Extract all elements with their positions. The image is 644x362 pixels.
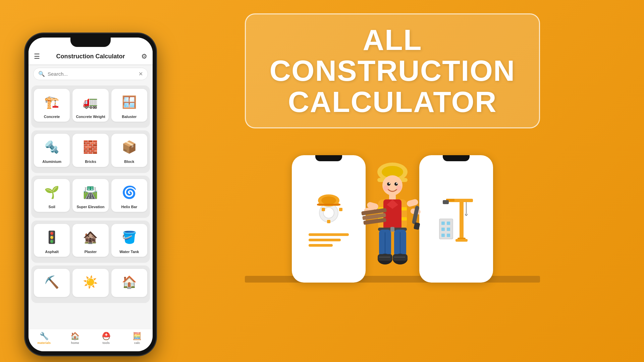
item-label-asphalt: Asphalt: [45, 249, 58, 254]
items-row-2: 🔩 Aluminium 🧱 Bricks 📦 Block: [34, 134, 147, 167]
svg-rect-60: [455, 239, 468, 242]
helix-bar-icon: 🌀: [119, 182, 139, 202]
bottom-nav: 🔧 materials 🏠 home ⛑️ tools 🧮 calc: [29, 329, 153, 351]
aluminium-icon: 🔩: [42, 137, 62, 157]
list-item[interactable]: 🪣 Water Tank: [111, 224, 147, 257]
svg-rect-4: [322, 208, 325, 211]
gear-icon[interactable]: ⚙: [141, 52, 147, 60]
svg-point-8: [321, 196, 336, 204]
phone-line-3: [309, 244, 333, 247]
item5-icon: ⛏️: [42, 272, 62, 292]
list-item[interactable]: 🔩 Aluminium: [34, 134, 70, 167]
item-label-plaster: Plaster: [85, 249, 97, 254]
phone-line-2: [309, 239, 341, 241]
list-item[interactable]: 🚛 Concrete Weight: [72, 89, 108, 122]
item-label-bricks: Bricks: [85, 159, 96, 164]
list-item[interactable]: 🏗️ Concrete: [34, 89, 70, 122]
items-row-1: 🏗️ Concrete 🚛 Concrete Weight 🪟 Baluster: [34, 89, 147, 122]
svg-rect-52: [441, 234, 445, 237]
list-item[interactable]: 🧱 Bricks: [72, 134, 108, 167]
list-item[interactable]: ☀️: [72, 269, 108, 297]
svg-rect-54: [460, 199, 464, 239]
list-item[interactable]: 🛣️ Super Elevation: [72, 179, 108, 212]
search-input[interactable]: [48, 71, 139, 77]
svg-rect-50: [441, 228, 445, 231]
bricks-icon: 🧱: [80, 137, 101, 157]
worker-svg: [361, 152, 424, 283]
clear-icon[interactable]: ✕: [139, 71, 143, 77]
calc-icon: 🧮: [132, 332, 142, 341]
app-title: Construction Calculator: [56, 53, 125, 60]
right-side: ALL CONSTRUCTION CALCULATOR: [134, 0, 644, 362]
illus-phone-right: [419, 155, 493, 283]
home-icon: 🏠: [70, 332, 79, 341]
row-section-3: 🌱 Soil 🛣️ Super Elevation 🌀 Helix Bar: [31, 176, 150, 218]
svg-rect-53: [447, 234, 450, 237]
svg-rect-49: [447, 222, 450, 225]
list-item[interactable]: 🏚️ Plaster: [72, 224, 108, 257]
nav-item-home[interactable]: 🏠 home: [60, 332, 91, 345]
item-label-super-elevation: Super Elevation: [76, 204, 104, 209]
list-item[interactable]: 🌱 Soil: [34, 179, 70, 212]
phone-screen: ☰ Construction Calculator ⚙ 🔍 ✕ 🏗️ Concr…: [29, 38, 153, 351]
items-row-3: 🌱 Soil 🛣️ Super Elevation 🌀 Helix Bar: [34, 179, 147, 212]
crane-icon: [436, 195, 476, 242]
water-tank-icon: 🪣: [119, 227, 139, 247]
nav-item-materials[interactable]: 🔧 materials: [29, 332, 60, 345]
phone-mockup: ☰ Construction Calculator ⚙ 🔍 ✕ 🏗️ Concr…: [25, 17, 159, 345]
item7-icon: 🏠: [119, 272, 139, 292]
svg-rect-48: [441, 222, 445, 225]
materials-label: materials: [37, 341, 51, 345]
worker-character: [359, 148, 426, 283]
items-row-4: 🚦 Asphalt 🏚️ Plaster 🪣 Water Tank: [34, 224, 147, 257]
nav-item-calc[interactable]: 🧮 calc: [122, 332, 153, 345]
list-item[interactable]: 🪟 Baluster: [111, 89, 147, 122]
item6-icon: ☀️: [80, 272, 101, 292]
svg-point-15: [394, 182, 398, 186]
item-label-aluminium: Aluminium: [42, 159, 61, 164]
svg-rect-5: [339, 208, 342, 211]
illus-phone-right-content: [429, 185, 483, 252]
phone-line-1: [309, 233, 349, 236]
svg-rect-3: [327, 220, 330, 223]
concrete-icon: 🏗️: [42, 92, 62, 112]
item-label-concrete-weight: Concrete Weight: [76, 114, 105, 119]
banner-title-line2: CALCULATOR: [266, 86, 519, 117]
item-label-concrete: Concrete: [44, 114, 60, 119]
baluster-icon: 🪟: [119, 92, 139, 112]
svg-point-18: [383, 185, 389, 191]
illustration-area: [245, 142, 540, 283]
hamburger-icon[interactable]: ☰: [34, 52, 40, 60]
materials-icon: 🔧: [40, 332, 49, 341]
svg-rect-20: [389, 194, 396, 200]
svg-rect-33: [412, 205, 420, 224]
app-scroll[interactable]: 🏗️ Concrete 🚛 Concrete Weight 🪟 Baluster: [29, 83, 153, 329]
list-item[interactable]: 🚦 Asphalt: [34, 224, 70, 257]
items-row-5: ⛏️ ☀️ 🏠: [34, 269, 147, 297]
svg-rect-57: [443, 200, 449, 204]
item-label-soil: Soil: [49, 204, 55, 209]
asphalt-icon: 🚦: [42, 227, 62, 247]
search-bar: 🔍 ✕: [33, 68, 148, 80]
phone-notch: [70, 38, 111, 47]
row-section-1: 🏗️ Concrete 🚛 Concrete Weight 🪟 Baluster: [31, 85, 150, 128]
list-item[interactable]: ⛏️: [34, 269, 70, 297]
tools-label: tools: [103, 341, 110, 345]
illus-phone-notch-left: [315, 155, 342, 161]
list-item[interactable]: 🌀 Helix Bar: [111, 179, 147, 212]
svg-point-13: [382, 175, 402, 195]
nav-item-tools[interactable]: ⛑️ tools: [91, 332, 122, 345]
row-section-4: 🚦 Asphalt 🏚️ Plaster 🪣 Water Tank: [31, 221, 150, 263]
super-elevation-icon: 🛣️: [80, 182, 101, 202]
soil-icon: 🌱: [42, 182, 62, 202]
phone-frame: ☰ Construction Calculator ⚙ 🔍 ✕ 🏗️ Concr…: [25, 34, 156, 355]
list-item[interactable]: 📦 Block: [111, 134, 147, 167]
home-label: home: [71, 341, 79, 345]
svg-point-16: [389, 183, 390, 184]
row-section-5: ⛏️ ☀️ 🏠: [31, 265, 150, 303]
concrete-weight-icon: 🚛: [80, 92, 101, 112]
illus-phone-left: [292, 155, 366, 283]
list-item[interactable]: 🏠: [111, 269, 147, 297]
illus-phone-notch-right: [443, 155, 470, 161]
svg-rect-9: [317, 204, 340, 205]
